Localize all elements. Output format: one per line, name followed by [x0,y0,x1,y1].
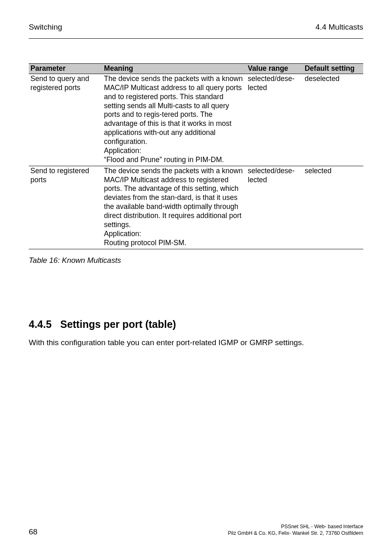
cell-default: selected [303,166,363,249]
cell-parameter: Send to query and registered ports [29,74,102,166]
cell-meaning: The device sends the packets with a know… [102,166,246,249]
section-body: With this configuration table you can en… [29,338,363,348]
cell-default: deselected [303,74,363,166]
page-header: Switching 4.4 Multicasts [29,23,363,39]
table-row: Send to query and registered ports The d… [29,74,363,166]
footer-text: PSSnet SHL - Web- based Interface Pilz G… [228,523,363,537]
page-footer: 68 PSSnet SHL - Web- based Interface Pil… [29,523,363,537]
section-heading: 4.4.5 Settings per port (table) [29,318,363,330]
cell-parameter: Send to registered ports [29,166,102,249]
main-content: Parameter Meaning Value range Default se… [29,39,363,348]
page-number: 68 [29,527,37,536]
header-right: 4.4 Multicasts [316,23,363,32]
parameters-table: Parameter Meaning Value range Default se… [29,63,363,249]
footer-line2: Pilz GmbH & Co. KG, Felix- Wankel Str. 2… [228,530,363,536]
col-header-meaning: Meaning [102,64,246,74]
col-header-range: Value range [246,64,303,74]
cell-meaning: The device sends the packets with a know… [102,74,246,166]
table-row: Send to registered ports The device send… [29,166,363,249]
footer-line1: PSSnet SHL - Web- based Interface [228,523,363,530]
table-caption: Table 16: Known Multicasts [29,256,363,265]
section-title: Settings per port (table) [60,318,176,330]
section-number: 4.4.5 [29,318,52,330]
col-header-parameter: Parameter [29,64,102,74]
table-header-row: Parameter Meaning Value range Default se… [29,64,363,74]
cell-range: selected/dese-lected [246,74,303,166]
header-left: Switching [29,23,62,32]
cell-range: selected/dese-lected [246,166,303,249]
col-header-default: Default setting [303,64,363,74]
